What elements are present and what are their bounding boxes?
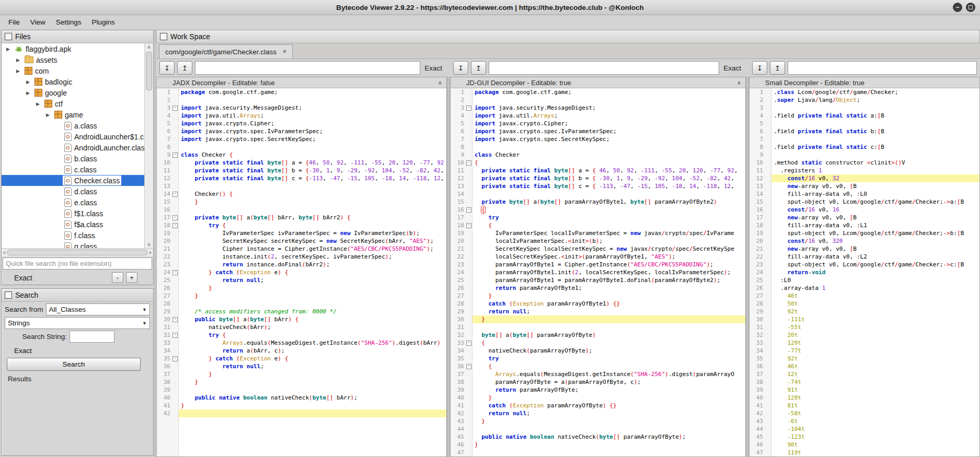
open-icon-button[interactable]: ↥ [770, 61, 785, 75]
expander-icon[interactable]: ▶ [5, 46, 11, 52]
quick-file-search-input[interactable] [3, 257, 152, 269]
tree-vertical-scrollbar[interactable]: ∧ ∨ [144, 43, 153, 248]
line-number: 36 [451, 362, 465, 370]
scrollbar-thumb[interactable] [146, 52, 152, 90]
tree-item-a.class[interactable]: a.class [2, 120, 153, 131]
minimize-button[interactable]: − [953, 3, 962, 12]
menu-plugins[interactable]: Plugins [87, 16, 120, 28]
tree-item-AndroidLauncher$1.c[interactable]: AndroidLauncher$1.c [2, 131, 153, 142]
tree-item-b.class[interactable]: b.class [2, 153, 153, 164]
pane-search-input[interactable] [489, 61, 719, 75]
scroll-up-icon[interactable]: ∧ [145, 43, 153, 51]
fold-icon[interactable]: − [171, 151, 179, 159]
tree-item-assets[interactable]: ▶assets [2, 54, 151, 65]
tree-item-f$1.class[interactable]: f$1.class [2, 208, 153, 219]
fold-icon[interactable]: − [171, 221, 179, 229]
save-icon-button[interactable]: ↧ [752, 61, 767, 75]
search-button[interactable]: Search [7, 358, 141, 371]
fold-column [465, 174, 472, 182]
code-editor[interactable]: 1package com.google.ctf.game;23−import j… [451, 88, 745, 456]
scroll-right-icon[interactable]: > [149, 250, 152, 255]
font-smaller-button[interactable]: - [112, 272, 123, 283]
smali-pane: Smali Decompiler - Editable: true1.class… [749, 77, 980, 457]
tree-item-label: c.class [74, 166, 97, 174]
expander-icon[interactable]: ▶ [15, 68, 21, 74]
fold-icon[interactable]: − [171, 315, 179, 323]
code-line: 11 .registers 1 [750, 167, 979, 174]
search-type-select[interactable]: Strings ▼ [5, 317, 150, 329]
line-number: 25 [157, 276, 171, 284]
fold-icon[interactable]: − [171, 355, 179, 362]
tab-checker-class[interactable]: com/google/ctf/game/Checker.class × [159, 44, 293, 58]
class-icon [64, 242, 72, 249]
tree-item-badlogic[interactable]: ▶badlogic [2, 76, 153, 87]
line-number: 10 [451, 159, 465, 167]
line-number: 8 [750, 143, 764, 151]
fold-icon[interactable]: − [465, 221, 472, 229]
fold-column [465, 417, 472, 425]
fold-column [465, 268, 472, 276]
fold-icon[interactable]: − [171, 104, 179, 112]
open-icon-button[interactable]: ↥ [471, 61, 486, 75]
fold-icon[interactable]: − [171, 268, 179, 276]
tree-item-e.class[interactable]: e.class [2, 197, 153, 208]
tree-item-com[interactable]: ▶com [2, 65, 151, 76]
scroll-down-icon[interactable]: ∨ [145, 241, 153, 248]
expander-icon[interactable]: ▶ [45, 112, 51, 118]
tree-horizontal-scrollbar[interactable]: < > [2, 248, 153, 256]
fold-icon[interactable]: − [465, 159, 472, 167]
tree-item-f$a.class[interactable]: f$a.class [2, 219, 153, 230]
pane-search-input[interactable] [195, 61, 420, 75]
line-number: 27 [451, 292, 465, 300]
collapse-icon[interactable]: ∧ [737, 79, 741, 86]
code-line: 17− private byte[] a(byte[] bArr, byte[]… [157, 214, 446, 221]
file-tree[interactable]: ▶flaggybird.apk▶assets▶com▶badlogic▶goog… [2, 43, 153, 248]
save-icon-button[interactable]: ↧ [453, 61, 468, 75]
tree-item-g.class[interactable]: g.class [2, 241, 153, 248]
line-number: 37 [451, 370, 465, 378]
fold-icon[interactable]: − [171, 331, 179, 339]
open-icon-button[interactable]: ↥ [177, 61, 192, 75]
tree-item-Checker.class[interactable]: Checker.class [2, 175, 153, 186]
code-line: 1package com.google.ctf.game; [451, 88, 745, 96]
tree-item-game[interactable]: ▶game [2, 109, 153, 120]
fold-icon[interactable]: − [171, 190, 179, 198]
fold-icon[interactable]: − [465, 339, 472, 347]
fold-icon[interactable]: − [465, 104, 472, 112]
tree-item-c.class[interactable]: c.class [2, 164, 153, 175]
code-editor[interactable]: 1.class Lcom/google/ctf/game/Checker;2.s… [750, 88, 979, 456]
tree-item-ctf[interactable]: ▶ctf [2, 98, 153, 109]
menu-view[interactable]: View [25, 16, 51, 28]
menu-settings[interactable]: Settings [51, 16, 87, 28]
tree-item-f.class[interactable]: f.class [2, 230, 153, 241]
fold-column [171, 347, 179, 355]
expander-icon[interactable]: ▶ [35, 101, 41, 107]
fold-icon[interactable]: − [171, 214, 179, 221]
tree-item-google[interactable]: ▶google [2, 87, 153, 98]
line-number: 13 [157, 182, 171, 190]
menu-file[interactable]: File [3, 16, 25, 28]
line-number: 7 [750, 135, 764, 143]
fold-icon[interactable]: − [465, 362, 472, 370]
scroll-left-icon[interactable]: < [3, 250, 6, 255]
expander-icon[interactable]: ▶ [25, 90, 31, 96]
collapse-icon[interactable]: ∧ [438, 79, 442, 86]
scrollbar-thumb[interactable] [7, 250, 147, 255]
tree-item-flaggybird.apk[interactable]: ▶flaggybird.apk [2, 43, 141, 54]
code-line: 12 private static final byte[] b = { -30… [451, 174, 745, 182]
expander-icon[interactable]: ▶ [15, 57, 21, 63]
tab-close-icon[interactable]: × [283, 49, 286, 55]
left-column: Files ▶flaggybird.apk▶assets▶com▶badlogi… [0, 29, 155, 457]
close-button[interactable] [966, 3, 975, 12]
fold-icon[interactable]: − [465, 206, 472, 214]
save-icon-button[interactable]: ↧ [159, 61, 175, 75]
tree-item-AndroidLauncher.clas[interactable]: AndroidLauncher.clas [2, 142, 153, 153]
search-string-input[interactable] [70, 331, 114, 343]
fold-column [465, 143, 472, 151]
code-editor[interactable]: 1package com.google.ctf.game;23−import j… [157, 88, 446, 456]
expander-icon[interactable]: ▶ [25, 79, 31, 85]
search-from-select[interactable]: All_Classes ▼ [46, 303, 150, 315]
tree-item-d.class[interactable]: d.class [2, 186, 153, 197]
pane-search-input[interactable] [788, 61, 977, 75]
font-bigger-button[interactable]: + [126, 272, 137, 283]
